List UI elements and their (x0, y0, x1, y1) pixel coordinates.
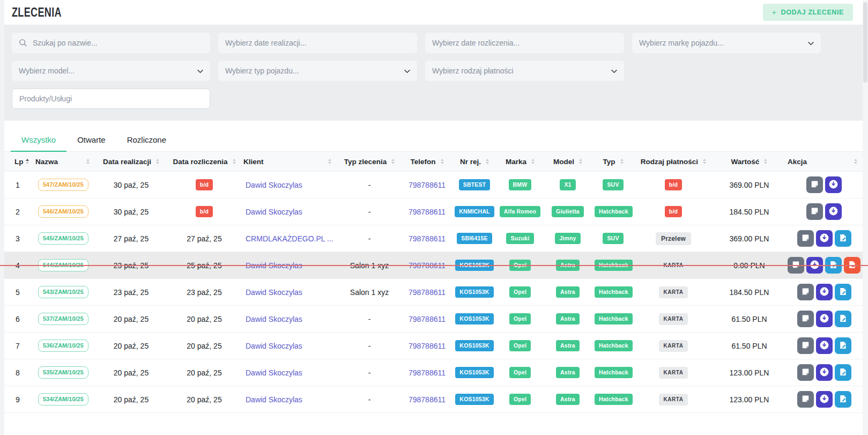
order-number-badge[interactable]: 546/ZAM/10/25 (38, 205, 88, 218)
column-header-typ-zlecenia[interactable]: Typ zlecenia (337, 158, 402, 166)
scrollbar[interactable] (863, 0, 868, 435)
remove-document-button[interactable] (844, 257, 860, 274)
cell-akcja (785, 176, 863, 193)
order-number-badge[interactable]: 544/ZAM/10/25 (38, 259, 88, 271)
order-number-badge[interactable]: 547/ZAM/10/25 (38, 179, 88, 191)
order-number-badge[interactable]: 536/ZAM/10/25 (38, 340, 88, 352)
note-button[interactable] (797, 391, 814, 408)
order-number-badge[interactable]: 543/ZAM/10/25 (38, 286, 88, 298)
download-button[interactable] (825, 203, 842, 220)
note-button[interactable] (797, 230, 814, 247)
phone-link[interactable]: 798788611 (409, 261, 446, 270)
add-order-button[interactable]: + DODAJ ZLECENIE (763, 4, 853, 21)
cell-klient: Dawid Skoczylas (241, 181, 337, 189)
client-link[interactable]: Dawid Skoczylas (246, 288, 302, 297)
cell-data-realizacji: 20 paź, 25 (95, 395, 167, 404)
column-header-data-realizacji[interactable]: Data realizacji (95, 158, 167, 166)
column-header-warto[interactable]: Wartość (713, 158, 785, 166)
tab-otwarte[interactable]: Otwarte (66, 128, 116, 152)
chevron-down-icon (404, 66, 410, 76)
payment-badge: Przelew (656, 232, 691, 245)
column-header-model[interactable]: Model (543, 158, 592, 166)
client-link[interactable]: Dawid Skoczylas (246, 315, 302, 323)
cell-data-realizacji: 23 paź, 25 (95, 261, 167, 270)
edit-document-button[interactable] (835, 311, 851, 327)
model-badge: Astra (556, 260, 580, 271)
tab-wszystko[interactable]: Wszystko (11, 128, 66, 152)
client-link[interactable]: Dawid Skoczylas (246, 395, 302, 404)
edit-document-button[interactable] (835, 230, 851, 247)
column-header-rodzaj-p-atno-ci[interactable]: Rodzaj płatności (634, 158, 713, 166)
date-realizacji-input[interactable] (225, 39, 410, 47)
column-header-marka[interactable]: Marka (497, 158, 543, 166)
cell-lp: 6 (4, 315, 33, 323)
chevron-down-icon (611, 66, 617, 76)
edit-document-button[interactable] (835, 391, 851, 408)
note-button[interactable] (797, 311, 814, 327)
note-button[interactable] (806, 203, 823, 220)
date-rozliczenia-input[interactable] (432, 39, 617, 47)
model-select[interactable]: Wybierz model... (12, 61, 210, 81)
download-button[interactable] (816, 230, 833, 247)
download-button[interactable] (816, 311, 833, 327)
client-link[interactable]: Dawid Skoczylas (246, 368, 302, 377)
download-button[interactable] (816, 391, 833, 408)
download-button[interactable] (816, 284, 833, 300)
phone-link[interactable]: 798788611 (409, 368, 446, 377)
action-buttons (788, 364, 860, 381)
column-header-nazwa[interactable]: Nazwa (33, 158, 95, 166)
phone-link[interactable]: 798788611 (409, 395, 446, 404)
note-button[interactable] (797, 364, 814, 381)
client-link[interactable]: Dawid Skoczylas (246, 208, 302, 216)
order-number-badge[interactable]: 545/ZAM/10/25 (38, 232, 88, 245)
download-button[interactable] (806, 257, 823, 274)
edit-document-button[interactable] (835, 284, 851, 300)
phone-link[interactable]: 798788611 (409, 181, 446, 189)
download-button[interactable] (825, 176, 842, 193)
typ-pojazdu-select[interactable]: Wybierz typ pojazdu... (218, 61, 417, 81)
download-button[interactable] (816, 364, 833, 381)
order-number-badge[interactable]: 534/ZAM/10/25 (38, 393, 88, 405)
order-number-badge[interactable]: 537/ZAM/10/25 (38, 313, 88, 325)
table-header: LpNazwaData realizacjiData rozliczeniaKl… (4, 152, 863, 172)
cell-telefon: 798788611 (402, 181, 452, 189)
phone-link[interactable]: 798788611 (409, 342, 446, 350)
client-link[interactable]: CRMDLAKAŻDEGO.PL ... (246, 234, 333, 243)
download-button[interactable] (816, 337, 833, 354)
produkty-input[interactable] (19, 94, 203, 103)
marka-badge: Suzuki (506, 233, 533, 244)
column-header-telefon[interactable]: Telefon (402, 158, 452, 166)
search-input[interactable] (33, 39, 203, 47)
edit-document-button[interactable] (835, 337, 851, 354)
column-header-lp[interactable]: Lp (4, 158, 33, 166)
platnosc-select[interactable]: Wybierz rodzaj płatności (425, 61, 624, 81)
client-link[interactable]: Dawid Skoczylas (246, 261, 302, 270)
edit-document-button[interactable] (825, 257, 842, 274)
column-header-akcja[interactable]: Akcja (785, 158, 863, 166)
column-header-label: Model (553, 158, 574, 166)
marka-select[interactable]: Wybierz markę pojazdu... (632, 33, 821, 53)
column-header-typ[interactable]: Typ (592, 158, 634, 166)
note-button[interactable] (788, 257, 804, 274)
column-header-data-rozliczenia[interactable]: Data rozliczenia (167, 158, 241, 166)
cell-model: Astra (543, 313, 592, 325)
note-button[interactable] (797, 284, 814, 300)
client-link[interactable]: Dawid Skoczylas (246, 181, 302, 189)
note-button[interactable] (806, 176, 823, 193)
order-number-badge[interactable]: 535/ZAM/10/25 (38, 366, 88, 379)
phone-link[interactable]: 798788611 (409, 208, 446, 216)
note-button[interactable] (797, 337, 814, 354)
cell-data-realizacji: 23 paź, 25 (95, 288, 167, 297)
column-header-klient[interactable]: Klient (241, 158, 337, 166)
scrollbar-thumb[interactable] (863, 2, 867, 83)
column-header-label: Nazwa (35, 158, 58, 166)
edit-document-button[interactable] (835, 364, 851, 381)
column-header-nr-rej[interactable]: Nr rej. (452, 158, 497, 166)
tab-rozliczone[interactable]: Rozliczone (116, 128, 177, 152)
phone-link[interactable]: 798788611 (409, 234, 446, 243)
cell-model: Astra (543, 394, 592, 405)
phone-link[interactable]: 798788611 (409, 315, 446, 323)
table-row: 6537/ZAM/10/2520 paź, 2520 paź, 25Dawid … (4, 306, 863, 333)
client-link[interactable]: Dawid Skoczylas (246, 342, 302, 350)
phone-link[interactable]: 798788611 (409, 288, 446, 297)
